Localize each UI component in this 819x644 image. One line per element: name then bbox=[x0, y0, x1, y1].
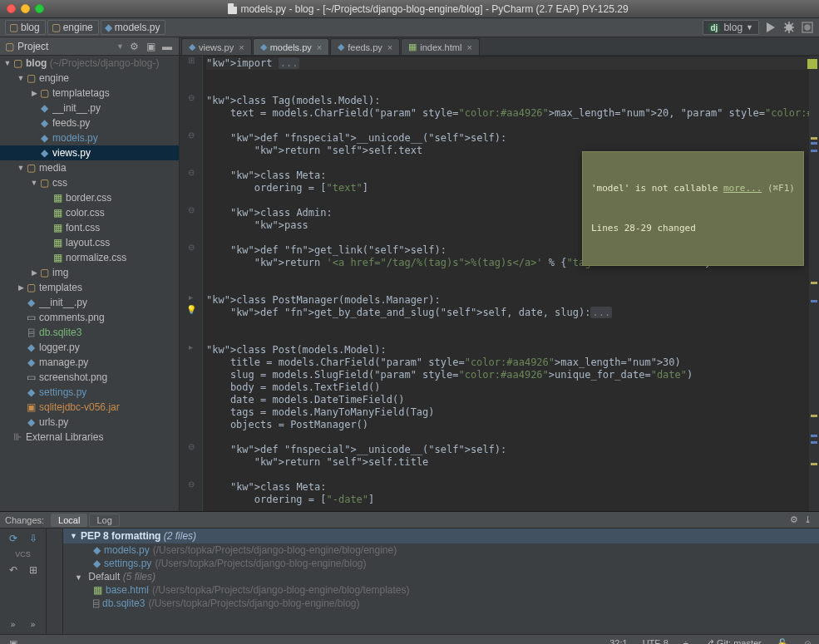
tree-item-external-libraries[interactable]: ⊪External Libraries bbox=[0, 430, 179, 445]
changed-file-models-py[interactable]: ◆models.py (/Users/topka/Projects/django… bbox=[63, 543, 819, 557]
cursor-position[interactable]: 32:1 bbox=[609, 638, 627, 644]
inspection-status-icon[interactable] bbox=[807, 59, 817, 69]
gear-icon[interactable]: ⚙ bbox=[787, 514, 801, 527]
tree-item-db-sqlite3[interactable]: ⌸db.sqlite3 bbox=[0, 325, 179, 340]
diff-icon[interactable]: ⊞ bbox=[27, 563, 40, 577]
warning-marker[interactable] bbox=[811, 137, 817, 140]
changes-tab-log[interactable]: Log bbox=[89, 514, 119, 527]
tree-item-models-py[interactable]: ◆models.py bbox=[0, 130, 179, 145]
warning-marker[interactable] bbox=[811, 282, 817, 284]
autoscroll-to-source-button[interactable] bbox=[801, 21, 814, 34]
tree-item-views-py[interactable]: ◆views.py bbox=[0, 145, 179, 160]
breadcrumb-item-blog[interactable]: ▢ blog bbox=[5, 20, 46, 35]
undo-icon[interactable]: ↶ bbox=[7, 563, 20, 577]
gear-icon[interactable]: ⚙ bbox=[127, 40, 141, 53]
editor-tab-index-html[interactable]: ▦index.html× bbox=[401, 38, 480, 55]
chevron-right-icon[interactable]: ▶ bbox=[30, 268, 38, 277]
collapse-all-icon[interactable]: ▣ bbox=[144, 40, 157, 53]
close-tab-icon[interactable]: × bbox=[387, 42, 392, 52]
chevron-down-icon: ▼ bbox=[746, 23, 753, 32]
line-separator[interactable]: ÷ bbox=[683, 638, 688, 644]
tree-item-urls-py[interactable]: ◆urls.py bbox=[0, 415, 179, 430]
tree-item-templates[interactable]: ▶▢templates bbox=[0, 280, 179, 295]
changes-tree[interactable]: ▼ PEP 8 formatting (2 files) ◆models.py … bbox=[63, 528, 819, 634]
chevron-down-icon[interactable]: ▼ bbox=[30, 179, 38, 187]
changed-file-settings-py[interactable]: ◆settings.py (/Users/topka/Projects/djan… bbox=[63, 557, 819, 570]
editor-gutter[interactable]: ⊞⊖⊖⊖⊖⊖▸💡▸⊖⊖ bbox=[180, 56, 203, 511]
close-tab-icon[interactable]: × bbox=[239, 42, 244, 52]
chevron-down-icon[interactable]: ▼ bbox=[17, 74, 25, 82]
change-marker[interactable] bbox=[811, 150, 817, 152]
changes-tab-local[interactable]: Local bbox=[51, 514, 87, 527]
tree-item-media[interactable]: ▼▢media bbox=[0, 160, 179, 175]
tree-item-sqlitejdbc-v056-jar[interactable]: ▣sqlitejdbc-v056.jar bbox=[0, 400, 179, 415]
breadcrumb-item-models[interactable]: ◆ models.py bbox=[101, 20, 166, 35]
changelist-default[interactable]: ▼ Default (5 files) bbox=[63, 570, 819, 583]
tree-item-feeds-py[interactable]: ◆feeds.py bbox=[0, 116, 179, 130]
change-marker[interactable] bbox=[811, 142, 817, 145]
error-stripe[interactable] bbox=[809, 56, 819, 511]
close-tab-icon[interactable]: × bbox=[466, 42, 471, 52]
tree-item-border-css[interactable]: ▦border.css bbox=[0, 190, 179, 205]
hide-changes-icon[interactable]: ⤓ bbox=[801, 514, 814, 527]
change-marker[interactable] bbox=[811, 300, 817, 302]
changes-vertical-toolbar: ⟳ ⇩ VCS ↶ ⊞ » » bbox=[0, 528, 47, 634]
run-configuration-selector[interactable]: dj blog ▼ bbox=[703, 20, 760, 35]
debug-button[interactable] bbox=[782, 21, 796, 34]
minimize-window-button[interactable] bbox=[21, 4, 30, 13]
tree-label: __init__.py bbox=[39, 297, 175, 308]
tree-item-font-css[interactable]: ▦font.css bbox=[0, 220, 179, 235]
tree-item-color-css[interactable]: ▦color.css bbox=[0, 205, 179, 220]
tree-item-screenshot-png[interactable]: ▭screenshot.png bbox=[0, 370, 179, 385]
tree-item---init---py[interactable]: ◆__init__.py bbox=[0, 101, 179, 116]
chevron-down-icon[interactable]: ▼ bbox=[3, 59, 12, 67]
changed-file-base-html[interactable]: ▦base.html (/Users/topka/Projects/django… bbox=[63, 583, 819, 597]
editor-tab-models-py[interactable]: ◆models.py× bbox=[253, 38, 330, 55]
tree-item-templatetags[interactable]: ▶▢templatetags bbox=[0, 86, 179, 101]
run-button[interactable] bbox=[764, 21, 777, 34]
code-editor[interactable]: "kw">import ... "kw">class Tag(models.Mo… bbox=[203, 56, 819, 511]
project-tree[interactable]: ▼▢blog (~/Projects/django-blog-)▼▢engine… bbox=[0, 56, 179, 511]
refresh-icon[interactable]: ⟳ bbox=[7, 532, 20, 545]
editor-tab-feeds-py[interactable]: ◆feeds.py× bbox=[330, 38, 400, 55]
lock-icon[interactable]: 🔓 bbox=[777, 638, 788, 645]
close-tab-icon[interactable]: × bbox=[317, 42, 322, 52]
tree-item---init---py[interactable]: ◆__init__.py bbox=[0, 295, 179, 310]
expand-icon[interactable]: » bbox=[7, 617, 20, 631]
chevron-down-icon[interactable]: ▼ bbox=[116, 42, 124, 51]
git-branch-widget[interactable]: ⎇ Git: master bbox=[703, 638, 762, 645]
tooltip-more-link[interactable]: more... bbox=[723, 183, 762, 194]
tree-item-layout-css[interactable]: ▦layout.css bbox=[0, 235, 179, 250]
maximize-window-button[interactable] bbox=[35, 4, 44, 13]
tree-item-css[interactable]: ▼▢css bbox=[0, 175, 179, 190]
show-tool-windows-icon[interactable]: ▣ bbox=[7, 637, 20, 644]
hector-icon[interactable]: ☺ bbox=[803, 638, 812, 644]
encoding-selector[interactable]: UTF-8 bbox=[643, 638, 669, 644]
db-file-icon: ⌸ bbox=[93, 597, 99, 609]
tree-item-comments-png[interactable]: ▭comments.png bbox=[0, 310, 179, 325]
warning-marker[interactable] bbox=[811, 415, 817, 417]
chevron-down-icon[interactable]: ▼ bbox=[17, 164, 25, 172]
chevron-right-icon[interactable]: ▶ bbox=[17, 283, 25, 292]
tree-item-settings-py[interactable]: ◆settings.py bbox=[0, 385, 179, 400]
project-tool-window: ▢ Project ▼ ⚙ ▣ ▬ ▼▢blog (~/Projects/dja… bbox=[0, 37, 180, 511]
close-window-button[interactable] bbox=[7, 4, 16, 13]
breadcrumb-item-engine[interactable]: ▢ engine bbox=[47, 20, 99, 35]
tree-item-engine[interactable]: ▼▢engine bbox=[0, 71, 179, 86]
hide-panel-icon[interactable]: ▬ bbox=[160, 40, 174, 53]
tree-item-logger-py[interactable]: ◆logger.py bbox=[0, 340, 179, 355]
warning-marker[interactable] bbox=[811, 463, 817, 465]
changed-file-db-sqlite3[interactable]: ⌸db.sqlite3 (/Users/topka/Projects/djang… bbox=[63, 597, 819, 610]
more-icon[interactable]: » bbox=[27, 617, 40, 631]
folder-icon: ▢ bbox=[38, 267, 50, 278]
tree-item-blog[interactable]: ▼▢blog (~/Projects/django-blog-) bbox=[0, 56, 179, 71]
chevron-right-icon[interactable]: ▶ bbox=[30, 89, 38, 97]
changelist-pep8[interactable]: ▼ PEP 8 formatting (2 files) bbox=[63, 528, 819, 543]
change-marker[interactable] bbox=[811, 435, 817, 437]
arrow-down-icon[interactable]: ⇩ bbox=[27, 532, 40, 545]
editor-tab-views-py[interactable]: ◆views.py× bbox=[181, 38, 252, 55]
tree-item-img[interactable]: ▶▢img bbox=[0, 265, 179, 280]
change-marker[interactable] bbox=[811, 441, 817, 444]
tree-item-normalize-css[interactable]: ▦normalize.css bbox=[0, 250, 179, 265]
tree-item-manage-py[interactable]: ◆manage.py bbox=[0, 355, 179, 370]
